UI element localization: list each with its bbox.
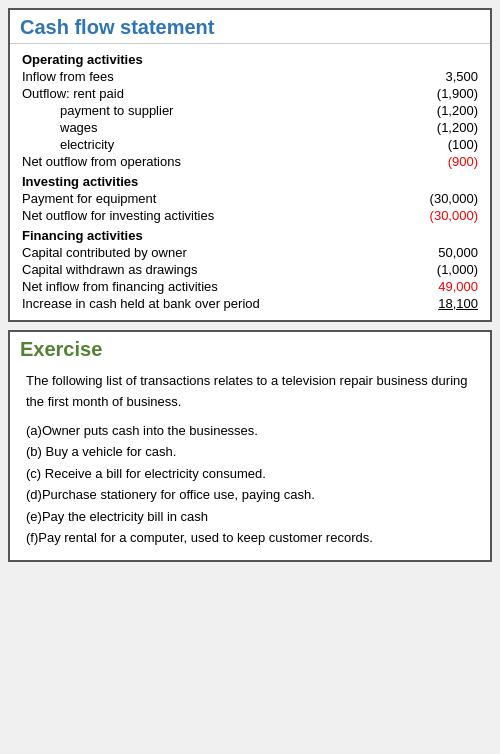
list-item: (b) Buy a vehicle for cash. bbox=[26, 442, 474, 462]
exercise-body: The following list of transactions relat… bbox=[10, 365, 490, 560]
exercise-title: Exercise bbox=[10, 332, 490, 365]
row-label: Net outflow from operations bbox=[20, 153, 333, 170]
row-label: wages bbox=[20, 119, 333, 136]
table-row: payment to supplier(1,200) bbox=[20, 102, 480, 119]
row-value: (100) bbox=[333, 136, 480, 153]
row-label: Increase in cash held at bank over perio… bbox=[20, 295, 333, 312]
cashflow-panel: Cash flow statement Operating activities… bbox=[8, 8, 492, 322]
cashflow-table: Operating activitiesInflow from fees3,50… bbox=[20, 48, 480, 312]
table-row: Outflow: rent paid(1,900) bbox=[20, 85, 480, 102]
row-value: 50,000 bbox=[333, 244, 480, 261]
row-value: 18,100 bbox=[333, 295, 480, 312]
row-value: (900) bbox=[333, 153, 480, 170]
row-label: Net outflow for investing activities bbox=[20, 207, 333, 224]
table-row: Capital withdrawn as drawings(1,000) bbox=[20, 261, 480, 278]
table-row: Capital contributed by owner50,000 bbox=[20, 244, 480, 261]
list-item: (c) Receive a bill for electricity consu… bbox=[26, 464, 474, 484]
row-value: (1,200) bbox=[333, 102, 480, 119]
row-value: (1,000) bbox=[333, 261, 480, 278]
table-row: Net inflow from financing activities49,0… bbox=[20, 278, 480, 295]
row-value: (1,900) bbox=[333, 85, 480, 102]
row-label: Capital withdrawn as drawings bbox=[20, 261, 333, 278]
exercise-panel: Exercise The following list of transacti… bbox=[8, 330, 492, 562]
table-row: Increase in cash held at bank over perio… bbox=[20, 295, 480, 312]
list-item: (e)Pay the electricity bill in cash bbox=[26, 507, 474, 527]
row-value: (30,000) bbox=[333, 207, 480, 224]
row-label: Outflow: rent paid bbox=[20, 85, 333, 102]
list-item: (f)Pay rental for a computer, used to ke… bbox=[26, 528, 474, 548]
table-row: Inflow from fees3,500 bbox=[20, 68, 480, 85]
row-label: Inflow from fees bbox=[20, 68, 333, 85]
row-label: Payment for equipment bbox=[20, 190, 333, 207]
table-row: Investing activities bbox=[20, 170, 480, 190]
row-value: (30,000) bbox=[333, 190, 480, 207]
section-heading: Investing activities bbox=[20, 170, 480, 190]
row-label: payment to supplier bbox=[20, 102, 333, 119]
row-label: electricity bbox=[20, 136, 333, 153]
row-value: 3,500 bbox=[333, 68, 480, 85]
cashflow-body: Operating activitiesInflow from fees3,50… bbox=[10, 44, 490, 320]
list-item: (d)Purchase stationery for office use, p… bbox=[26, 485, 474, 505]
table-row: wages(1,200) bbox=[20, 119, 480, 136]
row-label: Capital contributed by owner bbox=[20, 244, 333, 261]
table-row: electricity(100) bbox=[20, 136, 480, 153]
section-heading: Financing activities bbox=[20, 224, 480, 244]
row-value: 49,000 bbox=[333, 278, 480, 295]
row-value: (1,200) bbox=[333, 119, 480, 136]
row-label: Net inflow from financing activities bbox=[20, 278, 333, 295]
section-heading: Operating activities bbox=[20, 48, 480, 68]
table-row: Net outflow for investing activities(30,… bbox=[20, 207, 480, 224]
table-row: Financing activities bbox=[20, 224, 480, 244]
table-row: Net outflow from operations(900) bbox=[20, 153, 480, 170]
cashflow-title: Cash flow statement bbox=[10, 10, 490, 44]
exercise-intro: The following list of transactions relat… bbox=[26, 371, 474, 413]
list-item: (a)Owner puts cash into the businesses. bbox=[26, 421, 474, 441]
table-row: Operating activities bbox=[20, 48, 480, 68]
table-row: Payment for equipment(30,000) bbox=[20, 190, 480, 207]
